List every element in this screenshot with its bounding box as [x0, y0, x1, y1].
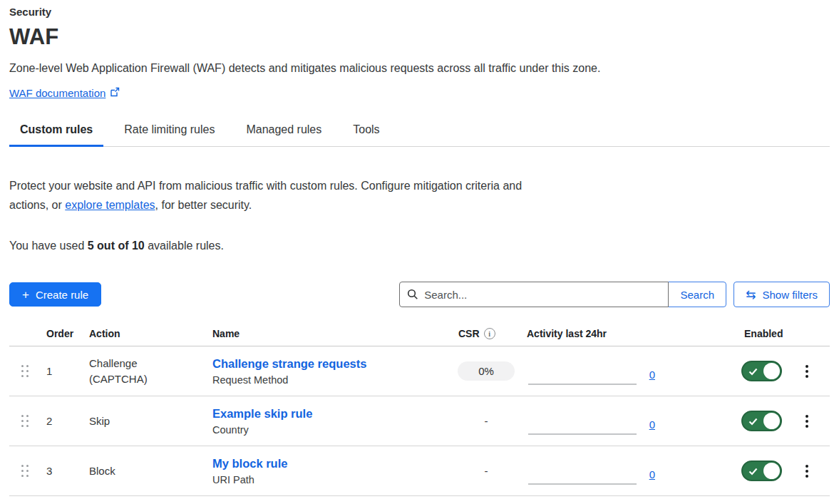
table-row: 1 Challenge (CAPTCHA) Challenge strange … — [9, 346, 830, 396]
rule-name-link[interactable]: My block rule — [212, 457, 287, 470]
tab-custom-rules[interactable]: Custom rules — [9, 119, 103, 146]
csr-empty: - — [485, 415, 488, 427]
toolbar: + Create rule Search ⇆ Show filters — [9, 282, 830, 307]
activity-count-link[interactable]: 0 — [649, 418, 655, 431]
toggle-knob — [763, 463, 780, 479]
search-input[interactable] — [399, 282, 669, 307]
waf-tabs: Custom rules Rate limiting rules Managed… — [9, 119, 830, 147]
rule-field: Country — [212, 424, 454, 436]
filters-icon: ⇆ — [746, 289, 756, 301]
drag-handle-icon[interactable] — [9, 365, 46, 377]
rule-order: 2 — [46, 415, 89, 427]
rule-name-link[interactable]: Example skip rule — [212, 407, 312, 420]
activity-count-link[interactable]: 0 — [649, 369, 655, 381]
explore-templates-link[interactable]: explore templates — [65, 199, 155, 211]
search-button[interactable]: Search — [668, 282, 726, 307]
rules-table: Order Action Name CSR i Activity last 24… — [9, 328, 830, 496]
create-rule-label: Create rule — [36, 289, 88, 301]
csr-badge: 0% — [458, 361, 515, 381]
header-action: Action — [89, 328, 212, 339]
enabled-toggle[interactable] — [741, 361, 782, 381]
rule-csr: - — [454, 415, 518, 428]
create-rule-button[interactable]: + Create rule — [9, 282, 101, 307]
header-name: Name — [212, 328, 454, 339]
tab-rate-limiting-rules[interactable]: Rate limiting rules — [113, 119, 225, 146]
show-filters-label: Show filters — [762, 289, 818, 301]
csr-empty: - — [485, 465, 488, 477]
rule-activity: 0 — [518, 446, 668, 495]
external-link-icon — [110, 87, 120, 100]
header-order: Order — [46, 328, 89, 339]
breadcrumb-security: Security — [9, 6, 830, 18]
info-icon[interactable]: i — [484, 328, 495, 339]
rule-name-cell: Example skip rule Country — [212, 407, 454, 436]
usage-suffix: available rules. — [145, 240, 224, 252]
rule-enabled-cell — [734, 411, 791, 431]
waf-page: Security WAF Zone-level Web Application … — [0, 0, 839, 496]
usage-summary: You have used 5 out of 10 available rule… — [9, 240, 830, 252]
rule-activity: 0 — [518, 396, 668, 446]
check-icon — [748, 368, 758, 376]
page-description: Zone-level Web Application Firewall (WAF… — [9, 62, 830, 75]
tab-managed-rules[interactable]: Managed rules — [235, 119, 332, 146]
row-menu-icon[interactable] — [800, 412, 814, 431]
header-csr-label: CSR — [458, 328, 480, 339]
intro-text-after: , for better security. — [155, 199, 252, 211]
rule-activity: 0 — [518, 346, 668, 396]
row-menu-icon[interactable] — [800, 362, 814, 381]
tab-tools[interactable]: Tools — [342, 119, 390, 146]
enabled-toggle[interactable] — [741, 411, 782, 431]
search-wrap — [399, 282, 669, 307]
rule-enabled-cell — [734, 361, 791, 381]
intro-paragraph: Protect your website and API from malici… — [9, 176, 538, 215]
rule-order: 3 — [46, 465, 89, 477]
rule-csr: 0% — [454, 361, 518, 381]
toggle-knob — [763, 413, 780, 429]
page-title: WAF — [9, 24, 830, 50]
activity-sparkline — [528, 384, 637, 385]
usage-prefix: You have used — [9, 240, 88, 252]
header-csr: CSR i — [454, 328, 518, 339]
rule-field: Request Method — [212, 374, 454, 386]
rule-csr: - — [454, 465, 518, 478]
rule-name-cell: Challenge strange requests Request Metho… — [212, 357, 454, 386]
rule-name-link[interactable]: Challenge strange requests — [212, 357, 366, 370]
check-icon — [748, 468, 758, 475]
rule-action: Block — [89, 463, 169, 479]
search-filter-group: Search ⇆ Show filters — [399, 282, 830, 307]
activity-sparkline — [528, 483, 637, 485]
show-filters-button[interactable]: ⇆ Show filters — [734, 282, 830, 307]
plus-icon: + — [22, 289, 29, 301]
rule-action: Skip — [89, 413, 169, 429]
check-icon — [748, 418, 758, 426]
drag-handle-icon[interactable] — [9, 415, 46, 427]
rule-action: Challenge (CAPTCHA) — [89, 356, 169, 387]
usage-count: 5 out of 10 — [88, 240, 145, 252]
drag-handle-icon[interactable] — [9, 465, 46, 477]
rule-order: 1 — [46, 365, 89, 377]
enabled-toggle[interactable] — [741, 461, 782, 481]
search-icon — [407, 289, 418, 300]
header-activity: Activity last 24hr — [518, 328, 668, 339]
header-enabled: Enabled — [734, 328, 791, 339]
toggle-knob — [763, 363, 780, 379]
table-header-row: Order Action Name CSR i Activity last 24… — [9, 328, 830, 346]
table-row: 3 Block My block rule URI Path - 0 — [9, 446, 830, 496]
activity-count-link[interactable]: 0 — [649, 468, 655, 480]
row-menu-icon[interactable] — [800, 462, 814, 480]
rule-name-cell: My block rule URI Path — [212, 457, 454, 485]
table-row: 2 Skip Example skip rule Country - 0 — [9, 396, 830, 446]
activity-sparkline — [528, 433, 637, 435]
doc-link-row: WAF documentation — [9, 86, 830, 100]
rule-field: URI Path — [212, 474, 454, 485]
waf-documentation-link[interactable]: WAF documentation — [9, 87, 105, 99]
rule-enabled-cell — [734, 461, 791, 481]
